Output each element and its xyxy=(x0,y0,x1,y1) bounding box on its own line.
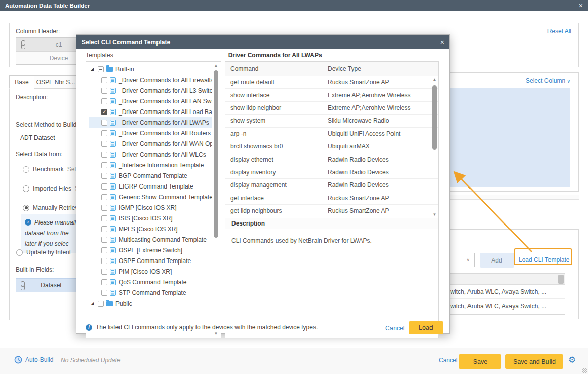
scroll-down-icon[interactable]: ▼ xyxy=(213,331,219,336)
resize-handle[interactable] xyxy=(582,368,587,373)
checkbox[interactable] xyxy=(101,226,107,232)
tree-template-item[interactable]: IGMP [Cisco IOS XR] xyxy=(89,202,212,213)
checkbox[interactable] xyxy=(101,183,107,190)
tree-template-item[interactable]: OSPF Command Template xyxy=(89,255,212,266)
device-type-row[interactable]: sta Switch, Aruba WLC, Avaya Switch, ... xyxy=(436,299,565,313)
checkbox[interactable] xyxy=(101,290,107,296)
load-cli-template-link[interactable]: Load CLI Template xyxy=(519,256,570,264)
select-column-link[interactable]: Select Column ∨ xyxy=(526,77,570,84)
radio-benchmark[interactable]: Benchmark Select xyxy=(23,166,84,173)
checkbox[interactable] xyxy=(101,98,107,104)
command-row[interactable]: show interfaceExtreme AP;Aerohive Wirele… xyxy=(225,89,438,101)
tree-item-label: MPLS [Cisco IOS XR] xyxy=(119,226,178,233)
checkbox[interactable] xyxy=(101,173,107,179)
dialog-load-button[interactable]: Load xyxy=(409,321,443,334)
command-row[interactable]: get lldp neighboursRuckus SmartZone AP xyxy=(225,205,438,217)
checkbox[interactable] xyxy=(101,279,107,285)
radio-update-by-intent[interactable]: Update by Intent xyxy=(16,249,71,256)
tree-template-item[interactable]: EIGRP Command Template xyxy=(89,181,212,192)
checkbox[interactable] xyxy=(101,120,107,126)
tree-template-item[interactable]: Generic Show Command Template xyxy=(89,192,212,202)
checkbox[interactable] xyxy=(101,205,107,211)
checkbox[interactable] xyxy=(101,109,107,115)
command-row[interactable]: show lldp neighborExtreme AP;Aerohive Wi… xyxy=(225,102,438,115)
checkbox[interactable] xyxy=(101,258,107,264)
command-row[interactable]: display ethernetRadwin Radio Devices xyxy=(225,153,438,166)
checkbox[interactable] xyxy=(101,130,107,136)
tree-template-item[interactable]: _Driver Commands for All LWAPs xyxy=(89,117,212,128)
tab-base[interactable]: Base xyxy=(9,75,34,89)
save-and-build-button[interactable]: Save and Build xyxy=(505,354,563,369)
tree-scrollbar[interactable]: ▲ ▼ xyxy=(213,63,219,336)
device-type-row[interactable]: sta Switch, Aruba WLC, Avaya Switch, ... xyxy=(436,285,565,299)
checkbox[interactable] xyxy=(101,141,107,147)
template-icon xyxy=(110,120,116,126)
checkbox[interactable] xyxy=(101,152,107,158)
scroll-up-icon[interactable]: ▲ xyxy=(213,63,219,68)
command-row[interactable]: get route defaultRuckus SmartZone AP xyxy=(225,76,438,89)
command-row[interactable]: show systemSiklu Microwave Radio xyxy=(225,115,438,127)
radio-circle[interactable] xyxy=(23,185,29,192)
checkbox[interactable] xyxy=(98,66,104,72)
tab-ospf-nbr[interactable]: OSPF Nbr S... xyxy=(34,75,77,89)
description-header: Description xyxy=(225,218,438,229)
checkbox[interactable] xyxy=(101,215,107,221)
tree-template-item[interactable]: STP Command Template xyxy=(89,287,212,298)
command-row[interactable]: get interfaceRuckus SmartZone AP xyxy=(225,192,438,205)
checkbox[interactable] xyxy=(101,269,107,275)
add-button[interactable]: Add xyxy=(480,253,514,268)
tree-template-item[interactable]: _Driver Commands for All WAN Opt... xyxy=(89,138,212,149)
tree-template-item[interactable]: _Driver Commands for All Load Bal... xyxy=(89,106,212,117)
expand-triangle-icon[interactable]: ◢ xyxy=(91,67,95,71)
command-row[interactable]: arp -nUbiquiti UniFi Access Point xyxy=(225,128,438,140)
dialog-close-icon[interactable]: × xyxy=(440,38,444,46)
tree-template-item[interactable]: _Driver Commands for All L3 Switc... xyxy=(89,85,212,96)
tree-template-item[interactable]: _Driver Commands for All Firewalls xyxy=(89,74,212,85)
checkbox[interactable] xyxy=(98,301,104,307)
radio-imported-files[interactable]: Imported Files Sel xyxy=(23,185,84,192)
auto-build-button[interactable]: Auto-Build xyxy=(14,356,53,364)
tree-template-item[interactable]: PIM [Cisco IOS XR] xyxy=(89,266,212,277)
tree-template-item[interactable]: ISIS [Cisco IOS XR] xyxy=(89,213,212,223)
commands-scrollbar[interactable]: ▲ ▼ xyxy=(431,77,438,217)
scrollbar-thumb[interactable] xyxy=(558,275,564,284)
scrollbar-thumb[interactable] xyxy=(214,70,218,238)
checkbox[interactable] xyxy=(101,237,107,243)
tree-template-item[interactable]: _Interface Information Template xyxy=(89,160,212,170)
template-icon xyxy=(110,279,116,285)
tree-template-item[interactable]: _Driver Commands for All Routers xyxy=(89,128,212,138)
gear-icon[interactable]: ⚙ xyxy=(568,355,576,365)
reset-all-link[interactable]: Reset All xyxy=(547,28,571,35)
tree-template-item[interactable]: Multicasting Command Template xyxy=(89,234,212,245)
tree-template-item[interactable]: QoS Command Template xyxy=(89,277,212,287)
select-column-label: Select Column xyxy=(526,77,565,84)
cancel-link[interactable]: Cancel xyxy=(439,357,457,364)
tree-template-item[interactable]: _Driver Commands for All LAN Swit... xyxy=(89,96,212,106)
radio-circle[interactable] xyxy=(23,166,29,173)
radio-circle[interactable] xyxy=(16,249,23,256)
save-button[interactable]: Save xyxy=(459,354,501,369)
radio-circle-selected[interactable] xyxy=(23,205,29,211)
dialog-cancel-link[interactable]: Cancel xyxy=(385,325,404,332)
scroll-up-icon[interactable]: ▲ xyxy=(431,77,438,82)
checkbox[interactable] xyxy=(101,88,107,94)
expand-triangle-icon[interactable]: ◢ xyxy=(91,301,95,306)
tree-item-label: _Driver Commands for All Firewalls xyxy=(119,77,212,84)
tree-folder-item[interactable]: ◢Built-in xyxy=(89,64,212,74)
checkbox[interactable] xyxy=(101,194,107,200)
tree-folder-item[interactable]: ◢Public xyxy=(89,298,212,309)
scroll-down-icon[interactable]: ▼ xyxy=(431,212,438,217)
tree-template-item[interactable]: _Driver Commands for All WLCs xyxy=(89,149,212,160)
checkbox[interactable] xyxy=(101,247,107,253)
command-row[interactable]: display inventoryRadwin Radio Devices xyxy=(225,166,438,179)
command-row[interactable]: brctl showmacs br0Ubiquiti airMAX xyxy=(225,140,438,153)
tree-template-item[interactable]: OSPF [Extreme Switch] xyxy=(89,245,212,255)
command-row[interactable]: display managementRadwin Radio Devices xyxy=(225,179,438,192)
automation-data-table-builder-window: Automation Data Table Builder × Column H… xyxy=(0,0,588,374)
checkbox[interactable] xyxy=(101,77,107,83)
tree-template-item[interactable]: MPLS [Cisco IOS XR] xyxy=(89,223,212,234)
scrollbar-thumb[interactable] xyxy=(432,85,437,150)
checkbox[interactable] xyxy=(101,162,107,168)
window-close-icon[interactable]: × xyxy=(579,2,583,10)
tree-template-item[interactable]: BGP Command Template xyxy=(89,170,212,181)
